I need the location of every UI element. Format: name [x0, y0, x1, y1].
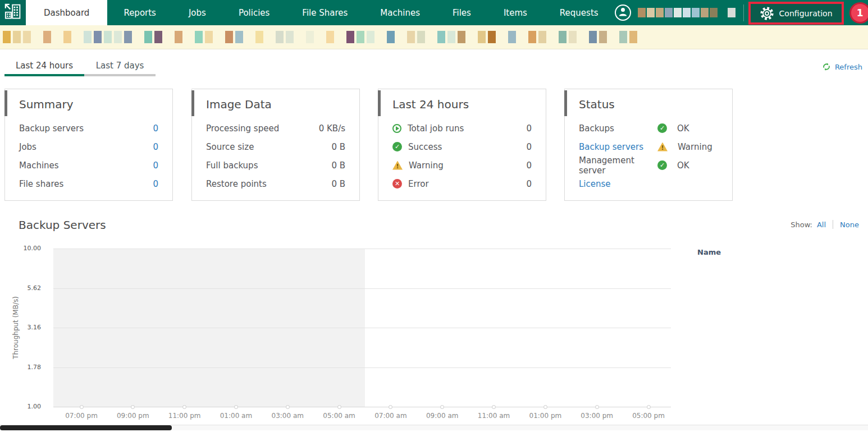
data-point-marker: [440, 405, 444, 409]
redacted-banner: [0, 25, 868, 49]
horizontal-scrollbar-track[interactable]: [0, 425, 868, 430]
redacted-block: [638, 8, 646, 17]
name-column-header: Name: [697, 248, 721, 256]
data-point-marker: [182, 405, 186, 409]
nav-tab-file-shares[interactable]: File Shares: [286, 0, 364, 25]
refresh-icon: [822, 62, 831, 71]
data-point-marker: [286, 405, 290, 409]
user-avatar[interactable]: [615, 4, 631, 21]
redacted-block: [710, 8, 718, 17]
redacted-block: [647, 8, 655, 17]
card-summary: SummaryBackup servers0Jobs0Machines0File…: [4, 89, 173, 201]
redacted-block: [144, 31, 152, 43]
error-icon: ✕: [392, 179, 402, 189]
nav-tab-reports[interactable]: Reports: [107, 0, 172, 25]
redacted-block: [346, 31, 354, 43]
data-point-marker: [131, 405, 135, 409]
nav-tab-policies[interactable]: Policies: [222, 0, 286, 25]
redacted-block: [417, 31, 425, 43]
card-title: Status: [579, 98, 732, 111]
configuration-label: Configuration: [779, 9, 833, 18]
notification-badge[interactable]: 1: [849, 2, 868, 24]
redacted-block: [665, 8, 673, 17]
row-label: Management server: [579, 155, 657, 176]
backup-servers-title: Backup Servers: [19, 218, 106, 232]
row-value[interactable]: 0: [153, 179, 158, 189]
redacted-user-info: [638, 8, 735, 17]
redacted-block: [656, 8, 664, 17]
x-axis-tick: 11:00 pm: [159, 412, 211, 420]
redacted-block: [43, 31, 51, 43]
row-value: 0: [526, 123, 532, 134]
card-accent-bar: [191, 90, 194, 116]
period-tab-last-7-days[interactable]: Last 7 days: [84, 56, 156, 76]
row-label: File shares: [19, 179, 153, 189]
user-icon: [617, 6, 629, 20]
x-axis-tick: 01:00 pm: [519, 412, 571, 420]
show-none-link[interactable]: None: [840, 220, 859, 229]
row-label: Machines: [19, 160, 153, 171]
redacted-block: [357, 31, 364, 43]
card-row-backups: Backups✓OK: [565, 119, 732, 137]
redacted-block: [84, 31, 92, 43]
data-point-marker: [595, 405, 599, 409]
nav-tabs: DashboardReportsJobsPoliciesFile SharesM…: [26, 0, 615, 25]
horizontal-scrollbar-thumb[interactable]: [0, 425, 172, 430]
y-axis-tick: 3.16: [0, 324, 41, 331]
redacted-block: [701, 8, 709, 17]
redacted-block: [306, 31, 314, 43]
nav-tab-requests[interactable]: Requests: [543, 0, 615, 25]
show-all-link[interactable]: All: [817, 220, 826, 229]
card-title: Image Data: [206, 98, 359, 111]
link-backup-servers[interactable]: Backup servers: [579, 142, 657, 152]
redacted-block: [692, 8, 700, 17]
redacted-block: [437, 31, 445, 43]
card-row-backup-servers: Backup servers!Warning: [565, 137, 732, 156]
row-value[interactable]: 0: [153, 123, 158, 134]
configuration-button[interactable]: Configuration: [748, 2, 844, 25]
card-row-success: ✓Success0: [378, 137, 546, 156]
redacted-block: [255, 31, 263, 43]
row-label: Full backups: [206, 160, 331, 171]
redacted-block: [124, 31, 132, 43]
y-axis-tick: 1.78: [0, 364, 41, 371]
redacted-block: [458, 31, 465, 43]
redacted-block: [195, 31, 203, 43]
period-tabs: Last 24 hoursLast 7 days: [4, 56, 156, 76]
row-value: 0: [526, 142, 532, 152]
link-license[interactable]: License: [579, 179, 718, 189]
warning-icon: !: [657, 143, 668, 151]
redacted-block: [728, 8, 735, 17]
period-tab-last-24-hours[interactable]: Last 24 hours: [4, 56, 84, 76]
redacted-block: [407, 31, 415, 43]
card-accent-bar: [4, 90, 7, 116]
row-label: Success: [408, 142, 526, 152]
card-accent-bar: [378, 90, 381, 116]
redacted-block: [589, 31, 597, 43]
nav-tab-dashboard[interactable]: Dashboard: [26, 0, 107, 25]
row-value[interactable]: 0: [153, 142, 158, 152]
nav-tab-jobs[interactable]: Jobs: [172, 0, 222, 25]
status-text: OK: [677, 123, 689, 134]
status-text: OK: [677, 160, 689, 171]
card-title: Summary: [19, 98, 172, 111]
app-logo[interactable]: [0, 0, 26, 25]
card-row-total-job-runs: Total job runs0: [378, 119, 546, 137]
card-row-backup-servers: Backup servers0: [5, 119, 172, 137]
refresh-button[interactable]: Refresh: [822, 62, 862, 71]
data-point-marker: [80, 405, 84, 409]
nav-tab-items[interactable]: Items: [487, 0, 543, 25]
redacted-block: [508, 31, 516, 43]
nav-tab-files[interactable]: Files: [436, 0, 487, 25]
show-label: Show:: [791, 220, 812, 229]
top-nav: DashboardReportsJobsPoliciesFile SharesM…: [0, 0, 868, 25]
redacted-block: [629, 31, 637, 43]
card-row-processing-speed: Processing speed0 KB/s: [192, 119, 359, 137]
nav-tab-machines[interactable]: Machines: [364, 0, 436, 25]
card-row-warning: !Warning0: [378, 156, 546, 174]
redacted-block: [559, 31, 567, 43]
status-ok: ✓OK: [657, 123, 718, 134]
redacted-block: [538, 31, 546, 43]
row-value[interactable]: 0: [153, 160, 158, 171]
chart-gridline: [53, 367, 671, 368]
